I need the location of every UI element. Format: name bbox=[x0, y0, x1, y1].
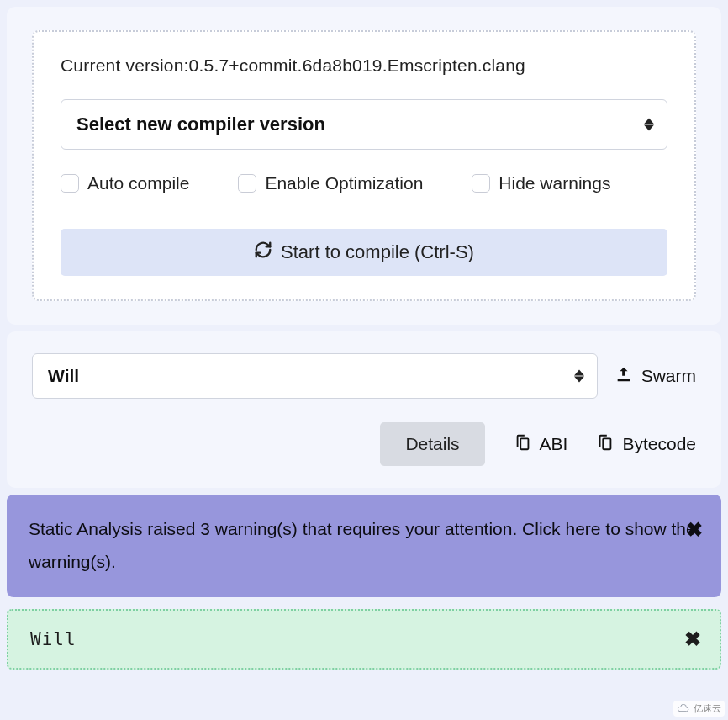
details-button[interactable]: Details bbox=[380, 422, 484, 466]
contract-select-wrap: Will bbox=[32, 353, 598, 399]
start-compile-button[interactable]: Start to compile (Ctrl-S) bbox=[61, 229, 667, 276]
compiler-select-wrap: Select new compiler version bbox=[61, 99, 667, 150]
abi-label: ABI bbox=[540, 434, 568, 454]
contract-actions-row: Details ABI Bytecode bbox=[32, 422, 696, 466]
compile-success-text: Will bbox=[30, 629, 76, 649]
svg-rect-0 bbox=[617, 379, 630, 381]
checkbox-icon bbox=[472, 174, 490, 193]
clipboard-icon bbox=[596, 433, 615, 456]
version-text: Current version:0.5.7+commit.6da8b019.Em… bbox=[61, 56, 667, 76]
auto-compile-label: Auto compile bbox=[87, 173, 189, 193]
contract-panel: Will Swarm Details bbox=[7, 331, 721, 488]
compile-success-alert: Will ✖ bbox=[7, 609, 721, 670]
swarm-button[interactable]: Swarm bbox=[615, 365, 696, 388]
compile-options-row: Auto compile Enable Optimization Hide wa… bbox=[61, 173, 667, 193]
start-compile-label: Start to compile (Ctrl-S) bbox=[281, 241, 474, 263]
refresh-icon bbox=[254, 241, 272, 264]
close-icon[interactable]: ✖ bbox=[686, 511, 703, 548]
enable-optimization-label: Enable Optimization bbox=[265, 173, 423, 193]
hide-warnings-checkbox[interactable]: Hide warnings bbox=[472, 173, 610, 193]
hide-warnings-label: Hide warnings bbox=[499, 173, 610, 193]
checkbox-icon bbox=[61, 174, 79, 193]
contract-select[interactable]: Will bbox=[32, 353, 598, 399]
swarm-label: Swarm bbox=[641, 366, 696, 386]
checkbox-icon bbox=[238, 174, 256, 193]
compiler-select[interactable]: Select new compiler version bbox=[61, 99, 667, 150]
contract-row: Will Swarm bbox=[32, 353, 696, 399]
bytecode-button[interactable]: Bytecode bbox=[596, 433, 696, 456]
enable-optimization-checkbox[interactable]: Enable Optimization bbox=[238, 173, 423, 193]
clipboard-icon bbox=[514, 433, 532, 456]
bytecode-label: Bytecode bbox=[622, 434, 696, 454]
auto-compile-checkbox[interactable]: Auto compile bbox=[61, 173, 189, 193]
compile-panel: Current version:0.5.7+commit.6da8b019.Em… bbox=[7, 7, 721, 325]
compile-card: Current version:0.5.7+commit.6da8b019.Em… bbox=[32, 30, 696, 301]
upload-icon bbox=[615, 365, 633, 388]
static-analysis-alert[interactable]: Static Analysis raised 3 warning(s) that… bbox=[7, 495, 721, 597]
abi-button[interactable]: ABI bbox=[514, 433, 568, 456]
static-analysis-text: Static Analysis raised 3 warning(s) that… bbox=[29, 519, 696, 571]
close-icon[interactable]: ✖ bbox=[684, 627, 701, 651]
